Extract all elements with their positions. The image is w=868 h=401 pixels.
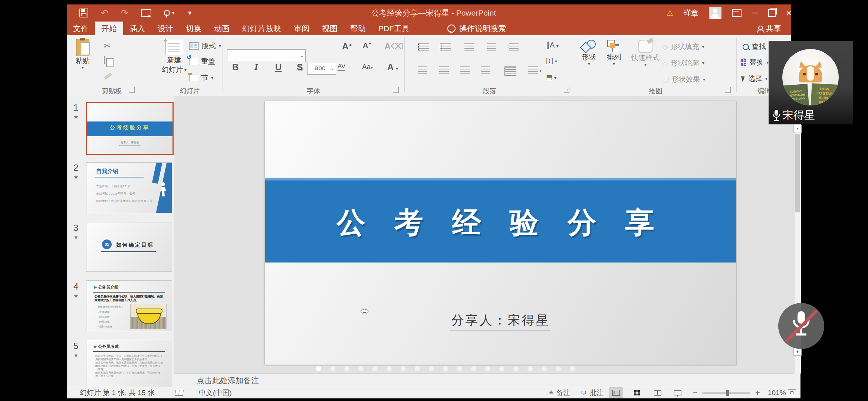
tell-me-search[interactable]: 操作说明搜索 [447, 22, 506, 35]
restore-icon[interactable] [768, 9, 776, 17]
slide-thumbnail-2[interactable]: 自我介绍 专业班级：工程管理151班参加考试：2019年国考、省考现职单位：舟山… [86, 162, 172, 213]
character-spacing-icon[interactable]: AV [338, 63, 345, 71]
font-name-combobox[interactable]: ⌄ [227, 49, 306, 62]
zoom-slider-thumb[interactable] [726, 390, 729, 396]
tab-file[interactable]: 文件 [67, 22, 95, 35]
new-slide-button[interactable]: 新建 幻灯片▾ [162, 40, 187, 75]
meeting-camera-tile[interactable]: SURVIVEANYWHEREUNDER ANY HOWTO STAYALIVE… [769, 41, 853, 124]
shape-effects-button[interactable]: ❏形状效果▾ [662, 75, 705, 84]
find-button[interactable]: 查找 [743, 42, 766, 52]
spellcheck-icon[interactable] [175, 387, 183, 398]
undo-icon[interactable]: ↶ [101, 8, 108, 18]
notes-pane[interactable]: 点击此处添加备注 [174, 374, 794, 387]
language-indicator[interactable]: 中文(中国) [199, 387, 232, 398]
scrollbar-thumb[interactable] [795, 134, 800, 212]
clear-formatting-icon[interactable]: A⌫ [384, 41, 403, 52]
slide-title-text[interactable]: 公 考 经 验 分 享 [265, 203, 736, 242]
normal-view-button[interactable] [609, 387, 623, 398]
underline-icon[interactable]: U [275, 62, 282, 72]
select-button[interactable]: 选择▾ [742, 74, 767, 84]
text-direction-icon[interactable]: ∥A ▾ [546, 40, 559, 49]
zoom-slider[interactable] [702, 387, 750, 398]
justify-icon[interactable] [481, 66, 490, 74]
change-case-icon[interactable]: Aa▾ [362, 63, 373, 71]
paragraph-dialog-launcher-icon[interactable] [564, 87, 569, 93]
tab-pdf-tools[interactable]: PDF工具 [372, 22, 416, 35]
slide-subtitle-text[interactable]: 分享人：宋得星 [265, 312, 736, 329]
smartart-icon[interactable]: ⬒ ▾ [546, 73, 556, 81]
copy-icon[interactable] [104, 56, 105, 64]
grow-font-icon[interactable]: A▲ [342, 41, 352, 52]
slide-thumbnail-5[interactable]: ▶ 公务员考试 国家公务员考试：中央、国家机关以及中央国家行政机关直属机构招录机… [86, 340, 172, 387]
avatar[interactable] [709, 7, 721, 19]
save-icon[interactable] [79, 9, 88, 17]
align-left-icon[interactable] [418, 66, 427, 74]
fit-to-window-icon[interactable] [788, 387, 796, 398]
close-icon[interactable]: × [786, 8, 792, 18]
tab-slideshow[interactable]: 幻灯片放映 [236, 22, 287, 35]
drawing-dialog-launcher-icon[interactable] [725, 87, 731, 93]
tab-home[interactable]: 开始 [95, 22, 123, 35]
comments-toggle-button[interactable]: 🗩批注 [581, 387, 604, 398]
align-right-icon[interactable] [460, 66, 470, 74]
notes-toggle-button[interactable]: ≜备注 [549, 387, 571, 398]
slide-sorter-view-button[interactable] [630, 387, 644, 398]
line-spacing-icon[interactable] [509, 43, 519, 50]
shape-outline-button[interactable]: ▱形状轮廓▾ [662, 58, 704, 68]
bold-icon[interactable]: B [232, 62, 239, 72]
start-slideshow-icon[interactable] [141, 9, 151, 17]
warning-icon[interactable]: ⚠ [667, 9, 673, 17]
replace-button[interactable]: abac替换▾ [740, 58, 769, 67]
mute-microphone-button[interactable] [778, 303, 824, 349]
slide-title-banner[interactable]: 公 考 经 验 分 享 [265, 178, 736, 263]
zoom-percentage[interactable]: 101% [768, 387, 786, 398]
scroll-up-icon[interactable]: ∧ [793, 125, 802, 133]
slide-thumbnail-4[interactable]: ▶ 公务员介绍 公务员是指依法履行公职、纳入国家行政编制、由国家财政负担工资福利… [86, 280, 172, 331]
zoom-out-icon[interactable]: − [693, 387, 698, 398]
shrink-font-icon[interactable]: A▼ [363, 41, 372, 50]
font-dialog-launcher-icon[interactable] [393, 87, 399, 93]
tab-insert[interactable]: 插入 [123, 22, 151, 35]
format-painter-icon[interactable] [104, 72, 112, 79]
ribbon-display-options-icon[interactable] [732, 9, 742, 17]
account-name[interactable]: 瑾章 [684, 8, 698, 18]
layout-button[interactable]: 版式▾ [189, 41, 221, 51]
arrange-button[interactable]: 排列 ▾ [607, 40, 621, 66]
tab-review[interactable]: 审阅 [287, 22, 316, 35]
bullets-icon[interactable] [418, 43, 429, 50]
section-button[interactable]: 节▾ [189, 73, 213, 83]
paste-button[interactable]: 粘贴 ▾ [76, 39, 90, 69]
minimize-icon[interactable] [752, 13, 758, 13]
tab-transitions[interactable]: 切换 [180, 22, 208, 35]
redo-icon[interactable]: ↷ [121, 8, 128, 18]
touch-mode-button[interactable]: ▾ [164, 10, 174, 16]
shapes-button[interactable]: 形状 ▾ [582, 40, 596, 66]
tab-design[interactable]: 设计 [151, 22, 180, 35]
clipboard-dialog-launcher-icon[interactable] [129, 87, 135, 93]
customize-qat-icon[interactable]: ▼ [187, 11, 193, 15]
align-center-icon[interactable] [439, 66, 449, 74]
font-color-icon[interactable]: A ▾ [387, 62, 398, 72]
distribute-icon[interactable] [504, 66, 516, 76]
strikethrough-icon[interactable]: abc [315, 64, 325, 72]
slide-thumbnail-1[interactable]: 公考经验分享 分享人：宋得星 [86, 102, 174, 155]
numbering-icon[interactable] [440, 43, 451, 50]
share-button[interactable]: 共享 [757, 22, 781, 35]
font-size-caret-icon[interactable]: ⌄ [330, 65, 335, 71]
reading-view-button[interactable] [651, 387, 665, 398]
cut-icon[interactable]: ✂ [104, 41, 111, 51]
tab-animations[interactable]: 动画 [208, 22, 236, 35]
reset-button[interactable]: 重置 [189, 57, 215, 66]
align-text-icon[interactable]: [↕] ▾ [546, 57, 557, 65]
slide-thumbnail-3[interactable]: 01 如何确定目标 [86, 222, 172, 272]
text-shadow-icon[interactable]: S [297, 62, 303, 72]
italic-icon[interactable]: I [254, 62, 258, 72]
tab-view[interactable]: 视图 [316, 22, 344, 35]
font-name-caret-icon[interactable]: ⌄ [300, 52, 304, 58]
zoom-in-icon[interactable]: + [755, 387, 760, 398]
slide-counter[interactable]: 幻灯片 第 1 张, 共 15 张 [80, 387, 155, 398]
tab-help[interactable]: 帮助 [344, 22, 372, 35]
columns-icon[interactable] [528, 66, 538, 74]
shape-fill-button[interactable]: ◇形状填充▾ [662, 42, 704, 52]
slideshow-view-button[interactable] [671, 387, 685, 398]
